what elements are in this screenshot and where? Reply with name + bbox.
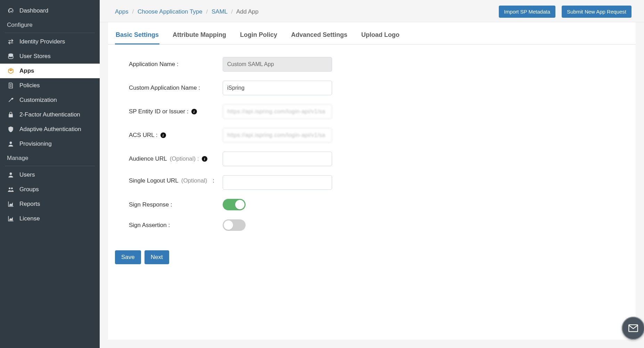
sidebar-item-groups[interactable]: Groups — [0, 182, 100, 197]
submit-new-app-request-button[interactable]: Submit New App Request — [562, 6, 631, 18]
sidebar-item-label: 2-Factor Authentication — [19, 111, 80, 118]
sidebar-item-label: User Stores — [19, 53, 51, 60]
label-sp-entity: SP Entity ID or Issuer : i — [129, 108, 223, 115]
svg-point-1 — [10, 141, 12, 144]
mail-icon — [627, 322, 639, 334]
row-acs-url: ACS URL : i — [129, 128, 441, 143]
sign-response-toggle[interactable] — [223, 199, 246, 210]
users-icon — [7, 186, 15, 193]
swap-icon — [7, 38, 15, 45]
label-app-name: Application Name : — [129, 61, 223, 68]
row-sign-assertion: Sign Assertion : — [129, 219, 441, 231]
label-slo-url: Single Logout URL (Optional) : — [129, 175, 223, 186]
label-audience-url: Audience URL (Optional) : i — [129, 155, 223, 162]
dashboard-icon — [7, 7, 15, 14]
toggle-knob — [224, 220, 233, 230]
toggle-knob — [235, 200, 245, 209]
sidebar-item-label: Adaptive Authentication — [19, 126, 81, 133]
svg-point-4 — [11, 187, 13, 189]
panel: Basic Settings Attribute Mapping Login P… — [108, 22, 636, 340]
label-sign-assertion: Sign Assertion : — [129, 222, 223, 229]
breadcrumb-sep: / — [130, 8, 136, 15]
sign-assertion-toggle[interactable] — [223, 219, 246, 231]
svg-point-3 — [9, 187, 10, 189]
sidebar-item-2fa[interactable]: 2-Factor Authentication — [0, 107, 100, 122]
database-icon — [7, 53, 15, 60]
document-icon — [7, 82, 15, 89]
next-button[interactable]: Next — [145, 250, 169, 264]
label-sign-response: Sign Response : — [129, 201, 223, 208]
custom-app-name-input[interactable] — [223, 81, 332, 95]
sidebar-item-label: Customization — [19, 97, 57, 104]
row-slo-url: Single Logout URL (Optional) : — [129, 175, 441, 190]
user-icon — [7, 171, 15, 178]
row-sp-entity: SP Entity ID or Issuer : i — [129, 104, 441, 119]
tab-attribute-mapping[interactable]: Attribute Mapping — [172, 29, 227, 44]
tab-login-policy[interactable]: Login Policy — [239, 29, 278, 44]
import-sp-metadata-button[interactable]: Import SP Metadata — [499, 6, 555, 18]
sidebar-item-customization[interactable]: Customization — [0, 93, 100, 107]
sidebar-item-label: Identity Providers — [19, 38, 65, 45]
chart-icon — [7, 215, 15, 222]
audience-url-input[interactable] — [223, 152, 332, 166]
label-slo-colon: : — [213, 175, 214, 186]
row-sign-response: Sign Response : — [129, 199, 441, 210]
sidebar-item-dashboard[interactable]: Dashboard — [0, 3, 100, 18]
footer-actions: Save Next — [108, 248, 636, 273]
row-app-name: Application Name : — [129, 57, 441, 72]
breadcrumb: Apps / Choose Application Type / SAML / … — [115, 8, 258, 15]
breadcrumb-sep: / — [204, 8, 210, 15]
tab-upload-logo[interactable]: Upload Logo — [361, 29, 400, 44]
info-icon[interactable]: i — [202, 156, 207, 162]
sidebar-section-manage: Manage — [0, 151, 100, 164]
sidebar-item-label: Reports — [19, 201, 40, 208]
acs-url-input[interactable] — [223, 128, 332, 143]
sidebar-item-adaptive-auth[interactable]: Adaptive Authentication — [0, 122, 100, 137]
label-slo-text: Single Logout URL — [129, 175, 179, 186]
row-audience-url: Audience URL (Optional) : i — [129, 152, 441, 166]
breadcrumb-sep: / — [229, 8, 235, 15]
divider — [5, 33, 95, 33]
cube-icon — [7, 67, 15, 74]
sp-entity-id-input[interactable] — [223, 104, 332, 119]
label-audience-text: Audience URL — [129, 155, 167, 162]
info-icon[interactable]: i — [160, 132, 166, 138]
label-custom-name: Custom Application Name : — [129, 84, 223, 91]
wrench-icon — [7, 97, 15, 104]
contact-fab[interactable] — [622, 317, 644, 340]
label-audience-optional: (Optional) : — [170, 155, 199, 162]
sidebar-item-label: Groups — [19, 186, 39, 193]
sidebar-item-policies[interactable]: Policies — [0, 78, 100, 93]
user-icon — [7, 140, 15, 147]
app-name-input — [223, 57, 332, 72]
sidebar-item-label: Users — [19, 171, 35, 178]
single-logout-url-input[interactable] — [223, 175, 332, 190]
sidebar-item-label: Provisioning — [19, 140, 52, 147]
tab-advanced-settings[interactable]: Advanced Settings — [290, 29, 348, 44]
divider — [5, 166, 95, 166]
sidebar-item-provisioning[interactable]: Provisioning — [0, 137, 100, 151]
breadcrumb-saml[interactable]: SAML — [212, 8, 228, 15]
topbar: Apps / Choose Application Type / SAML / … — [100, 0, 644, 22]
sidebar-item-reports[interactable]: Reports — [0, 197, 100, 211]
tabs: Basic Settings Attribute Mapping Login P… — [108, 22, 636, 44]
sidebar-section-configure: Configure — [0, 18, 100, 31]
sidebar-item-users[interactable]: Users — [0, 168, 100, 182]
save-button[interactable]: Save — [115, 250, 141, 264]
label-acs-url: ACS URL : i — [129, 132, 223, 139]
breadcrumb-apps[interactable]: Apps — [115, 8, 129, 15]
chart-icon — [7, 201, 15, 208]
sidebar-item-label: Policies — [19, 82, 40, 89]
tab-basic-settings[interactable]: Basic Settings — [115, 29, 159, 44]
sidebar-item-user-stores[interactable]: User Stores — [0, 49, 100, 64]
label-sp-entity-text: SP Entity ID or Issuer : — [129, 108, 189, 115]
sidebar-item-identity-providers[interactable]: Identity Providers — [0, 34, 100, 49]
svg-point-2 — [10, 172, 12, 175]
breadcrumb-choose-type[interactable]: Choose Application Type — [138, 8, 203, 15]
sidebar-item-apps[interactable]: Apps — [0, 64, 100, 78]
lock-icon — [7, 111, 15, 118]
main-content: Apps / Choose Application Type / SAML / … — [100, 0, 644, 348]
shield-icon — [7, 126, 15, 133]
sidebar-item-license[interactable]: License — [0, 211, 100, 226]
info-icon[interactable]: i — [191, 109, 197, 114]
